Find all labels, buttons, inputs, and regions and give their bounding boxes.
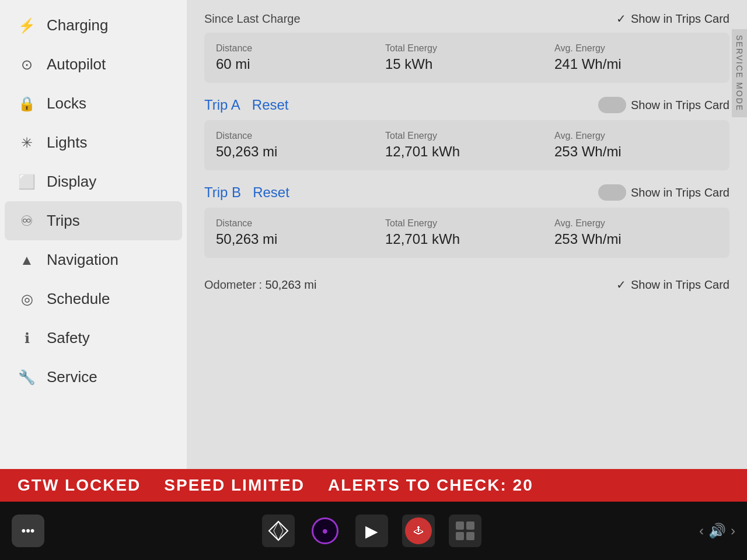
trip-b-toggle[interactable] [598,184,626,201]
main-content: SERVICE MODE Since Last Charge ✓ Show in… [187,0,747,469]
sidebar-item-label: Lights [47,134,87,152]
sidebar-item-display[interactable]: ⬜ Display [0,162,187,201]
sidebar-item-lights[interactable]: ✳ Lights [0,123,187,162]
odometer-value: 50,263 mi [266,278,317,291]
odometer-checkmark: ✓ [616,278,626,292]
camera-inner-icon: ● [322,525,329,537]
since-last-charge-show-trips[interactable]: ✓ Show in Trips Card [616,12,729,26]
diamond-icon-button[interactable] [262,514,295,547]
trip-b-show-trips[interactable]: Show in Trips Card [598,184,729,201]
trip-a-section: Trip A Reset Show in Trips Card Distance… [204,97,729,170]
svg-marker-0 [269,522,288,540]
trip-a-avg-energy-label: Avg. Energy [554,131,718,141]
more-icon: ••• [21,523,34,538]
camera-button[interactable]: ● [309,514,341,547]
trip-a-show-trips[interactable]: Show in Trips Card [598,97,729,113]
play-button[interactable]: ▶ [355,514,388,547]
since-last-charge-section: Since Last Charge ✓ Show in Trips Card D… [204,12,729,83]
taskbar-left: ••• [12,514,44,547]
taskbar-right: ‹ 🔊 › [699,523,735,539]
since-last-charge-title: Since Last Charge [204,12,301,26]
since-last-charge-header: Since Last Charge ✓ Show in Trips Card [204,12,729,26]
grid-svg [453,519,477,542]
trip-b-avg-energy-label: Avg. Energy [554,218,718,229]
sidebar-item-safety[interactable]: ℹ Safety [0,318,187,358]
taskbar: ••• ● ▶ 🕹 [0,502,747,560]
alert-speed-limited: SPEED LIMITED [164,476,305,495]
odometer-show-trips-label: Show in Trips Card [631,278,729,292]
avg-energy-label: Avg. Energy [554,43,718,54]
grid-button[interactable] [449,514,481,547]
joystick-button[interactable]: 🕹 [402,514,435,547]
since-last-charge-total-energy: Total Energy 15 kWh [385,43,549,72]
schedule-icon: ◎ [18,291,36,307]
sidebar-item-locks[interactable]: 🔒 Locks [0,84,187,123]
sidebar-item-label: Locks [47,94,86,113]
trip-b-card: Distance 50,263 mi Total Energy 12,701 k… [204,208,729,258]
trip-b-distance-label: Distance [216,218,379,229]
service-mode-label: SERVICE MODE [732,29,747,117]
trip-b-header: Trip B Reset Show in Trips Card [204,184,729,201]
trip-b-section: Trip B Reset Show in Trips Card Distance… [204,184,729,258]
charging-icon: ⚡ [18,18,36,34]
sidebar-item-label: Navigation [47,251,118,269]
nav-left-button[interactable]: ‹ [699,523,704,539]
taskbar-center: ● ▶ 🕹 [262,514,481,547]
trip-a-show-trips-label: Show in Trips Card [631,99,729,112]
since-last-charge-checkmark: ✓ [616,12,626,26]
nav-right-button[interactable]: › [731,523,735,539]
sidebar-item-autopilot[interactable]: ⊙ Autopilot [0,45,187,84]
trip-a-card: Distance 50,263 mi Total Energy 12,701 k… [204,120,729,170]
trip-b-reset-button[interactable]: Reset [253,184,289,201]
trip-b-total-energy-label: Total Energy [385,218,549,229]
sidebar-item-label: Service [47,368,97,386]
sidebar-item-charging[interactable]: ⚡ Charging [0,6,187,45]
nav-arrows: ‹ 🔊 › [699,523,735,539]
sidebar-item-navigation[interactable]: ▲ Navigation [0,240,187,279]
since-last-charge-avg-energy: Avg. Energy 241 Wh/mi [554,43,718,72]
sidebar-item-label: Safety [47,329,90,347]
odometer-show-trips[interactable]: ✓ Show in Trips Card [616,278,729,292]
sidebar-item-service[interactable]: 🔧 Service [0,358,187,397]
sidebar-item-schedule[interactable]: ◎ Schedule [0,279,187,318]
sidebar-item-label: Trips [47,212,80,230]
trip-b-show-trips-label: Show in Trips Card [631,186,729,200]
trip-a-toggle[interactable] [598,97,626,113]
alert-bar: GTW LOCKED SPEED LIMITED ALERTS TO CHECK… [0,469,747,502]
safety-icon: ℹ [18,330,36,346]
trip-a-total-energy: Total Energy 12,701 kWh [385,131,549,160]
trip-a-reset-button[interactable]: Reset [252,97,289,113]
trip-a-avg-energy: Avg. Energy 253 Wh/mi [554,131,718,160]
trip-a-title: Trip A [204,97,240,113]
sidebar-item-label: Display [47,173,96,191]
trip-b-title-row: Trip B Reset [204,184,289,201]
more-button[interactable]: ••• [12,514,44,547]
sidebar-item-label: Autopilot [47,55,106,74]
service-icon: 🔧 [18,369,36,386]
trip-b-distance-value: 50,263 mi [216,231,379,247]
sidebar: ⚡ Charging ⊙ Autopilot 🔒 Locks ✳ Lights … [0,0,187,469]
volume-icon[interactable]: 🔊 [708,523,726,539]
navigation-icon: ▲ [18,252,36,268]
sidebar-item-trips[interactable]: ♾ Trips [5,201,182,240]
trip-a-title-row: Trip A Reset [204,97,289,113]
total-energy-label: Total Energy [385,43,549,54]
autopilot-icon: ⊙ [18,57,36,73]
trip-a-distance-label: Distance [216,131,379,141]
trip-b-title: Trip B [204,184,241,201]
avg-energy-value: 241 Wh/mi [554,56,718,72]
trip-b-distance: Distance 50,263 mi [216,218,379,247]
trip-a-distance: Distance 50,263 mi [216,131,379,160]
odometer-info: Odometer : 50,263 mi [204,278,316,292]
play-icon: ▶ [365,522,378,541]
distance-value: 60 mi [216,56,379,72]
trip-a-avg-energy-value: 253 Wh/mi [554,144,718,160]
trip-b-total-energy: Total Energy 12,701 kWh [385,218,549,247]
lock-icon: 🔒 [18,96,36,112]
trip-b-total-energy-value: 12,701 kWh [385,231,549,247]
trip-a-distance-value: 50,263 mi [216,144,379,160]
purple-circle-icon: ● [312,517,338,544]
distance-label: Distance [216,43,379,54]
alert-gtw-locked: GTW LOCKED [18,476,141,495]
svg-rect-5 [466,532,474,540]
